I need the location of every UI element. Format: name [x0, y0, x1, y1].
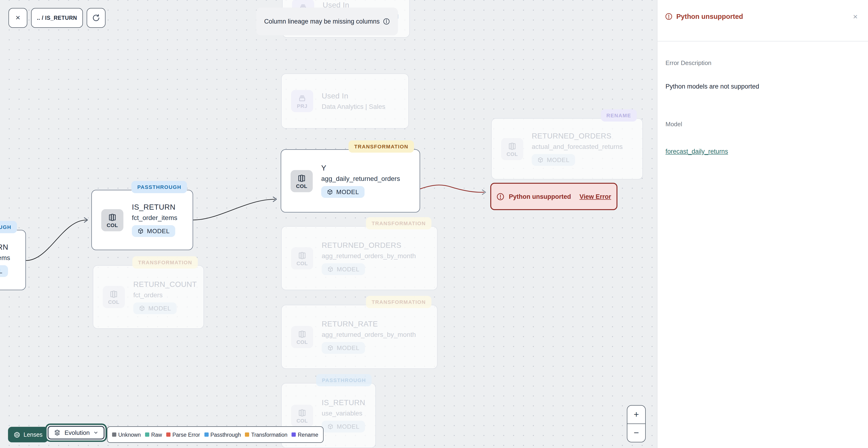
python-unsupported-error-node[interactable]: Python unsupported View Error: [490, 183, 617, 210]
lineage-node-returned-orders-rename[interactable]: RENAMECOLRETURNED_ORDERSactual_and_forec…: [491, 118, 643, 179]
column-tile-icon: COL: [291, 405, 313, 426]
zoom-out-button[interactable]: −: [627, 424, 645, 442]
model-chip[interactable]: MODEL: [322, 342, 365, 354]
transformation-badge: TRANSFORMATION: [348, 140, 414, 153]
lineage-edge: [420, 185, 484, 192]
legend-swatch: [112, 432, 116, 437]
tile-label: COL: [107, 222, 118, 228]
node-title: RETURN_RATE: [322, 320, 416, 328]
tile-label: COL: [297, 418, 308, 423]
cube-icon: [327, 189, 333, 195]
missing-columns-banner: Column lineage may be missing columns: [256, 7, 398, 35]
node-subtitle: fct_orders: [133, 291, 195, 298]
legend-item-passthrough: Passthrough: [205, 432, 241, 438]
passthrough-badge: PASSTHROUGH: [132, 181, 187, 193]
panel-title: Python unsupported: [676, 13, 743, 20]
column-tile-icon: COL: [291, 247, 313, 269]
model-chip-label: MODEL: [337, 423, 359, 430]
cube-icon: [139, 305, 145, 311]
node-subtitle: Data Analytics | Sales: [322, 103, 385, 110]
lineage-node-return-rate[interactable]: TRANSFORMATIONCOLRETURN_RATEagg_returned…: [281, 305, 437, 369]
cube-icon: [327, 423, 334, 429]
model-chip-label: MODEL: [148, 304, 171, 311]
error-node-label: Python unsupported: [509, 193, 571, 200]
panel-close-icon[interactable]: ×: [853, 12, 858, 22]
model-chip[interactable]: MODEL: [132, 225, 175, 237]
zoom-controls: + −: [627, 405, 646, 442]
model-chip-label: MODEL: [337, 345, 359, 352]
transformation-badge: TRANSFORMATION: [132, 256, 198, 269]
lineage-node-is-return-fct-order-items[interactable]: PASSTHROUGHCOLIS_RETURNfct_order_itemsMO…: [91, 190, 193, 250]
tile-label: COL: [297, 339, 308, 345]
legend-item-raw: Raw: [145, 432, 162, 438]
error-circle-icon: [497, 192, 505, 201]
node-title: IS_RETURN: [0, 243, 10, 251]
legend-item-parse-error: Parse Error: [166, 432, 200, 438]
model-link[interactable]: forecast_daily_returns: [665, 148, 728, 155]
node-subtitle: actual_and_forecasted_returns: [532, 143, 623, 150]
transformation-badge: TRANSFORMATION: [366, 217, 431, 230]
breadcrumb[interactable]: .. / IS_RETURN: [31, 8, 83, 28]
close-lineage-button[interactable]: ×: [8, 8, 27, 28]
node-subtitle: fct_order_items: [132, 214, 177, 221]
project-tile-icon: PRJ: [291, 90, 313, 112]
model-chip-label: MODEL: [0, 268, 2, 275]
legend-label: Parse Error: [173, 432, 200, 438]
column-tile-icon: COL: [103, 286, 125, 308]
lenses-label: Lenses: [24, 431, 42, 438]
model-chip[interactable]: MODEL: [321, 186, 365, 198]
column-tile-icon: COL: [501, 138, 523, 160]
breadcrumb-label: .. / IS_RETURN: [37, 15, 77, 21]
layers-icon: [54, 429, 61, 436]
legend-swatch: [292, 432, 296, 437]
rename-badge: RENAME: [601, 109, 637, 122]
column-tile-icon: COL: [290, 170, 313, 192]
lineage-node-return-count[interactable]: TRANSFORMATIONCOLRETURN_COUNTfct_ordersM…: [93, 265, 204, 329]
node-subtitle: agg_returned_orders_by_month: [322, 331, 416, 338]
info-icon[interactable]: [383, 18, 390, 25]
lineage-node-returned-orders-by-month[interactable]: TRANSFORMATIONCOLRETURNED_ORDERSagg_retu…: [281, 226, 437, 290]
model-chip[interactable]: MODEL: [532, 154, 575, 166]
lineage-edge: [26, 220, 87, 261]
legend-label: Raw: [151, 432, 162, 438]
legend-swatch: [145, 432, 149, 437]
passthrough-badge: PASSTHROUGH: [316, 374, 372, 386]
lineage-node-y-agg-daily-returned-orders[interactable]: TRANSFORMATIONCOLYagg_daily_returned_ord…: [281, 149, 420, 212]
legend-label: Transformation: [251, 432, 287, 438]
view-error-link[interactable]: View Error: [580, 193, 611, 200]
lenses-button[interactable]: Lenses: [8, 427, 48, 442]
node-title: IS_RETURN: [132, 203, 177, 211]
lineage-node-is-return-offscreen[interactable]: PASSTHROUGHCOLIS_RETURNfct_order_itemsMO…: [0, 230, 26, 290]
cube-icon: [327, 345, 334, 351]
node-title: RETURNED_ORDERS: [532, 132, 623, 140]
lineage-canvas[interactable]: PRJUsed InData Analytics | MarketingPRJU…: [0, 0, 657, 448]
lineage-app: PRJUsed InData Analytics | MarketingPRJU…: [0, 0, 868, 448]
node-subtitle: agg_daily_returned_orders: [321, 175, 400, 182]
model-chip[interactable]: MODEL: [322, 263, 365, 275]
close-icon: ×: [16, 13, 20, 23]
lineage-type-legend: UnknownRawParse ErrorPassthroughTransfor…: [107, 426, 323, 443]
tile-label: PRJ: [297, 103, 308, 109]
banner-text: Column lineage may be missing columns: [264, 18, 380, 25]
node-title: Used In: [322, 92, 385, 100]
cube-icon: [137, 228, 144, 234]
node-title: Y: [321, 164, 400, 172]
lineage-node-used-in-sales[interactable]: PRJUsed InData Analytics | Sales: [281, 73, 409, 129]
column-tile-icon: COL: [101, 209, 123, 231]
column-tile-icon: COL: [291, 326, 313, 348]
legend-label: Unknown: [118, 432, 141, 438]
zoom-in-button[interactable]: +: [627, 406, 645, 424]
evolution-dropdown[interactable]: Evolution: [48, 426, 105, 440]
model-chip[interactable]: MODEL: [133, 302, 177, 314]
model-chip[interactable]: MODEL: [0, 265, 8, 277]
cube-icon: [537, 157, 544, 163]
chevron-down-icon: [93, 430, 99, 435]
tile-label: COL: [108, 299, 119, 305]
tile-label: COL: [297, 260, 308, 266]
transformation-badge: TRANSFORMATION: [366, 296, 431, 308]
edge-arrowhead-icon: [84, 218, 88, 222]
tile-label: COL: [296, 183, 307, 189]
refresh-button[interactable]: [87, 8, 105, 28]
model-chip[interactable]: MODEL: [322, 421, 365, 432]
lens-selector[interactable]: Evolution: [45, 423, 107, 442]
